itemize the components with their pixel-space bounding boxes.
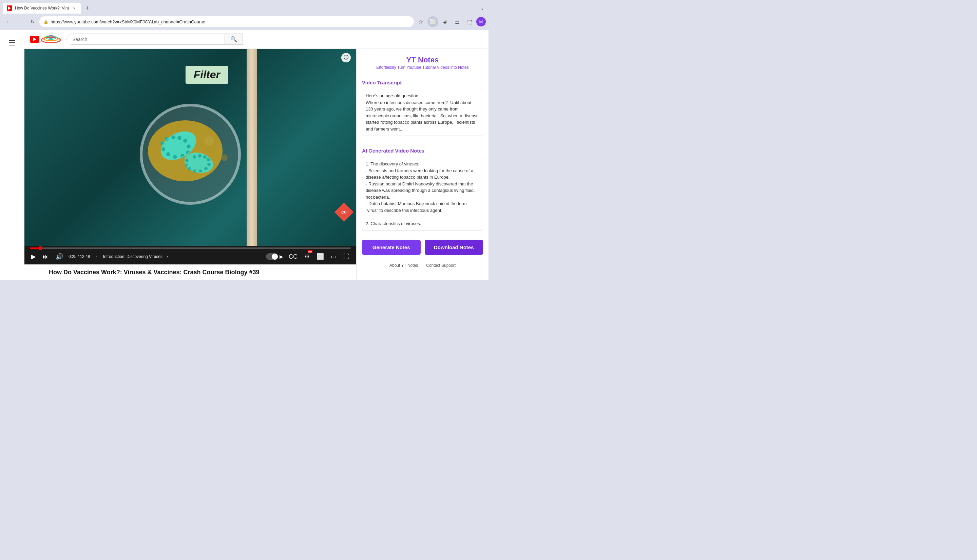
svg-point-12 (173, 155, 177, 158)
svg-point-25 (199, 170, 202, 173)
info-button[interactable]: ⓘ (341, 53, 351, 62)
progress-dot (38, 246, 42, 250)
play-button[interactable]: ▶ (30, 252, 37, 262)
next-button[interactable]: ⏭ (42, 252, 50, 262)
svg-point-28 (207, 158, 210, 161)
toggle-track[interactable] (266, 253, 278, 260)
video-background: Filter (24, 49, 356, 246)
hamburger-icon (7, 37, 18, 48)
svg-point-33 (204, 136, 214, 145)
profile-avatar[interactable]: M (476, 17, 486, 27)
youtube-search-bar[interactable]: 🔍 (67, 33, 243, 45)
svg-point-17 (178, 136, 181, 140)
cast-icon[interactable]: ⬚ (464, 16, 475, 27)
youtube-search-button[interactable]: 🔍 (225, 34, 242, 44)
video-title: How Do Vaccines Work?: Viruses & Vaccine… (49, 269, 332, 276)
tab-title: How Do Vaccines Work?: Viru (15, 6, 69, 10)
youtube-header: 🔍 (24, 30, 489, 49)
hd-badge: HD (308, 250, 312, 253)
svg-point-15 (187, 145, 190, 148)
svg-point-31 (193, 156, 196, 158)
ai-notes-section: AI Generated Video Notes 1. The discover… (357, 142, 489, 237)
youtube-main: 🔍 Filter (24, 30, 489, 280)
autoplay-toggle[interactable]: ▶ (266, 253, 283, 260)
notes-subtitle: Effortlessly Turn Youtube Tutorial Video… (362, 65, 483, 70)
sidebar-hamburger[interactable] (4, 35, 20, 50)
tab-close-button[interactable]: ✕ (72, 5, 77, 11)
forward-button[interactable]: → (15, 16, 26, 27)
contact-support-link[interactable]: Contact Support (426, 263, 456, 268)
notes-buttons: Generate Notes Download Notes (357, 237, 489, 260)
time-display: 0:25 / 12:48 (68, 254, 90, 259)
extension-puzzle-icon[interactable]: ⬜ (428, 16, 438, 27)
video-player-section: Filter (24, 49, 356, 280)
bookmark-star-icon[interactable]: ☆ (415, 16, 426, 27)
youtube-sidebar (0, 30, 24, 280)
svg-point-27 (208, 163, 210, 166)
filter-sign: Filter (185, 66, 228, 84)
youtube-logo-swoosh (41, 35, 61, 43)
new-tab-button[interactable]: + (82, 3, 92, 13)
tab-list-chevron-icon[interactable]: ⌄ (479, 4, 486, 12)
download-notes-button[interactable]: Download Notes (425, 240, 483, 255)
ai-notes-label: AI Generated Video Notes (362, 148, 483, 153)
ai-notes-textarea[interactable]: 1. The discovery of viruses: - Scientist… (362, 157, 483, 230)
tab-favicon (7, 5, 12, 11)
transcript-label: Video Transcript (362, 80, 483, 85)
video-title-section: How Do Vaccines Work?: Viruses & Vaccine… (24, 264, 356, 280)
svg-point-29 (204, 156, 206, 158)
video-controls: ▶ ⏭ 🔊 0:25 / 12:48 • Introduction: Disco… (24, 246, 356, 264)
theater-button[interactable]: ▭ (329, 252, 338, 262)
progress-bar[interactable] (30, 247, 351, 249)
svg-point-16 (184, 139, 187, 142)
settings-badge[interactable]: ⚙ HD (303, 252, 311, 262)
back-button[interactable]: ← (3, 16, 13, 27)
chapter-chevron-icon[interactable]: › (167, 254, 168, 259)
svg-point-11 (167, 153, 170, 156)
reload-button[interactable]: ↻ (27, 16, 38, 27)
about-link[interactable]: About YT Notes (389, 263, 418, 268)
svg-point-34 (221, 154, 228, 161)
svg-point-30 (199, 155, 201, 157)
captions-button[interactable]: CC (287, 252, 299, 262)
generate-notes-button[interactable]: Generate Notes (362, 240, 421, 255)
svg-point-21 (185, 159, 188, 162)
petri-dish-illustration (126, 83, 255, 212)
url-text: https://www.youtube.com/watch?v=xSbMX0MF… (50, 19, 410, 24)
separator: • (94, 252, 99, 262)
transcript-section: Video Transcript Here's an age-old quest… (357, 74, 489, 142)
address-bar[interactable]: 🔒 https://www.youtube.com/watch?v=xSbMX0… (39, 16, 414, 27)
youtube-logo[interactable] (30, 35, 61, 43)
svg-point-26 (205, 167, 207, 170)
miniplayer-button[interactable]: ⬜ (315, 252, 325, 262)
fullscreen-button[interactable]: ⛶ (342, 252, 351, 262)
notes-header: YT Notes Effortlessly Turn Youtube Tutor… (357, 49, 489, 74)
mute-button[interactable]: 🔊 (54, 252, 65, 262)
yt-notes-panel: YT Notes Effortlessly Turn Youtube Tutor… (356, 49, 489, 280)
extension-icon-2[interactable]: ◈ (440, 16, 451, 27)
play-icon: ▶ (279, 254, 283, 259)
youtube-search-input[interactable] (67, 35, 225, 44)
youtube-logo-icon (30, 36, 39, 43)
video-container[interactable]: Filter (24, 49, 356, 246)
cc-badge: CC (334, 203, 354, 222)
active-tab[interactable]: How Do Vaccines Work?: Viru ✕ (3, 3, 81, 13)
video-area: Filter (24, 49, 489, 280)
lock-icon: 🔒 (43, 19, 48, 24)
toggle-thumb (272, 253, 278, 260)
transcript-textarea[interactable]: Here's an age-old question: Where do inf… (362, 89, 483, 136)
notes-title: YT Notes (362, 56, 483, 64)
reader-mode-icon[interactable]: ☰ (452, 16, 463, 27)
chapter-text[interactable]: Introduction: Discovering Viruses (103, 254, 162, 259)
notes-footer: About YT Notes Contact Support (357, 260, 489, 273)
